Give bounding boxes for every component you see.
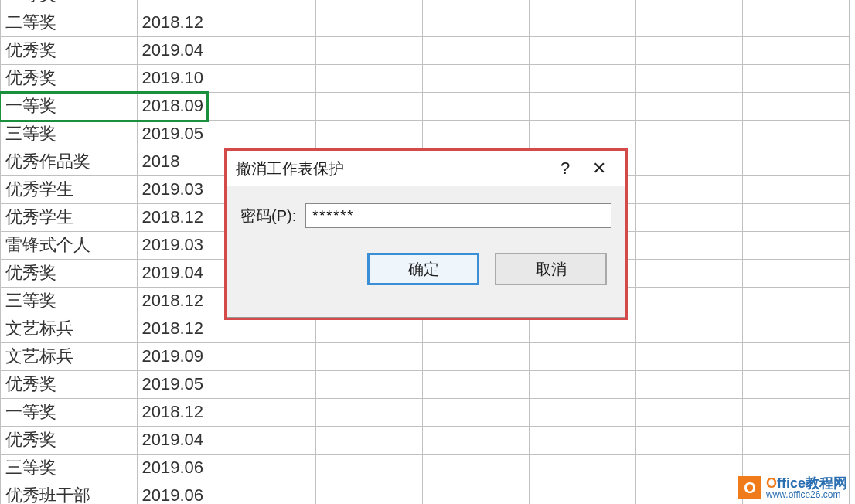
cell-empty[interactable]: [742, 426, 850, 455]
cell-date[interactable]: 2018.12: [137, 9, 209, 37]
cell-empty[interactable]: [529, 482, 636, 505]
table-row[interactable]: 优秀班干部2019.06: [0, 482, 855, 504]
cell-empty[interactable]: [635, 92, 743, 121]
cell-empty[interactable]: [742, 120, 850, 148]
cell-empty[interactable]: [422, 426, 530, 455]
table-row[interactable]: 优秀奖2019.04: [0, 36, 855, 64]
table-row[interactable]: 文艺标兵2019.09: [0, 342, 855, 370]
cell-empty[interactable]: [635, 482, 743, 505]
cell-award[interactable]: 优秀作品奖: [0, 148, 138, 176]
cell-empty[interactable]: [315, 120, 423, 148]
cell-award[interactable]: 优秀奖: [0, 36, 138, 65]
cell-date[interactable]: 2019.06: [137, 482, 209, 505]
cell-empty[interactable]: [315, 342, 423, 371]
cell-empty[interactable]: [742, 9, 850, 37]
cell-empty[interactable]: [209, 342, 316, 371]
help-button[interactable]: ?: [548, 154, 582, 183]
password-field[interactable]: [305, 203, 611, 228]
cell-empty[interactable]: [742, 92, 850, 121]
cell-empty[interactable]: [635, 231, 743, 260]
cell-empty[interactable]: [635, 36, 743, 65]
cell-empty[interactable]: [422, 482, 530, 505]
cell-empty[interactable]: [209, 64, 316, 93]
cell-award[interactable]: 优秀学生: [0, 175, 138, 204]
table-row[interactable]: 优秀奖2019.10: [0, 64, 855, 92]
cell-date[interactable]: 2018.09: [137, 92, 209, 121]
cell-award[interactable]: 优秀奖: [0, 370, 138, 399]
cell-empty[interactable]: [635, 259, 743, 288]
cell-empty[interactable]: [635, 287, 743, 315]
cell-empty[interactable]: [742, 36, 850, 65]
cell-award[interactable]: 三等奖: [0, 454, 138, 482]
cell-date[interactable]: 2019.03: [137, 231, 209, 260]
cell-date[interactable]: 2018.12: [137, 203, 209, 232]
cell-empty[interactable]: [529, 92, 636, 121]
cell-empty[interactable]: [422, 36, 530, 65]
cell-empty[interactable]: [529, 454, 636, 482]
cell-empty[interactable]: [315, 454, 423, 482]
cell-award[interactable]: 一等奖: [0, 92, 138, 121]
table-row[interactable]: 优秀奖2019.05: [0, 370, 855, 398]
cell-empty[interactable]: [529, 398, 636, 427]
cell-empty[interactable]: [529, 370, 636, 399]
cell-empty[interactable]: [635, 148, 743, 176]
cell-date[interactable]: 2018.12: [137, 315, 209, 343]
cell-date[interactable]: 2019.09: [137, 342, 209, 371]
cell-empty[interactable]: [635, 64, 743, 93]
cell-award[interactable]: 雷锋式个人: [0, 231, 138, 260]
cell-empty[interactable]: [422, 398, 530, 427]
cell-empty[interactable]: [742, 175, 850, 204]
cell-date[interactable]: 2019.10: [137, 64, 209, 93]
table-row[interactable]: 二等奖2018.12: [0, 9, 855, 36]
cell-empty[interactable]: [742, 231, 850, 260]
cell-date[interactable]: 2019.06: [137, 454, 209, 482]
cell-award[interactable]: 二等奖: [0, 9, 138, 37]
table-row[interactable]: 一等奖2018.09: [0, 0, 855, 9]
cell-empty[interactable]: [422, 342, 530, 371]
cell-award[interactable]: 一等奖: [0, 398, 138, 427]
cell-empty[interactable]: [635, 426, 743, 455]
cell-award[interactable]: 优秀奖: [0, 259, 138, 288]
cell-empty[interactable]: [635, 175, 743, 204]
cell-date[interactable]: 2019.03: [137, 175, 209, 204]
cell-empty[interactable]: [209, 398, 316, 427]
cell-empty[interactable]: [635, 315, 743, 343]
cell-empty[interactable]: [315, 426, 423, 455]
cell-empty[interactable]: [529, 120, 636, 148]
table-row[interactable]: 优秀奖2019.04: [0, 426, 855, 454]
cell-empty[interactable]: [529, 64, 636, 93]
cell-empty[interactable]: [315, 64, 423, 93]
cell-empty[interactable]: [529, 36, 636, 65]
cell-empty[interactable]: [315, 370, 423, 399]
cell-empty[interactable]: [635, 454, 743, 482]
table-row[interactable]: 三等奖2019.05: [0, 120, 855, 148]
cell-award[interactable]: 优秀学生: [0, 203, 138, 232]
cell-empty[interactable]: [742, 287, 850, 315]
cell-empty[interactable]: [742, 370, 850, 399]
cell-empty[interactable]: [529, 9, 636, 37]
cell-award[interactable]: 优秀奖: [0, 64, 138, 93]
cell-empty[interactable]: [742, 315, 850, 343]
cell-empty[interactable]: [315, 9, 423, 37]
cell-empty[interactable]: [529, 342, 636, 371]
cell-date[interactable]: 2019.05: [137, 370, 209, 399]
cell-award[interactable]: 优秀奖: [0, 426, 138, 455]
cell-empty[interactable]: [209, 92, 316, 121]
cell-empty[interactable]: [529, 426, 636, 455]
cell-empty[interactable]: [742, 148, 850, 176]
cell-empty[interactable]: [209, 370, 316, 399]
ok-button[interactable]: 确定: [367, 253, 479, 285]
cell-empty[interactable]: [315, 36, 423, 65]
cell-empty[interactable]: [209, 120, 316, 148]
cell-award[interactable]: 文艺标兵: [0, 342, 138, 371]
cell-empty[interactable]: [742, 398, 850, 427]
cell-empty[interactable]: [635, 398, 743, 427]
cell-date[interactable]: 2019.04: [137, 36, 209, 65]
cell-date[interactable]: 2019.04: [137, 426, 209, 455]
table-row[interactable]: 一等奖2018.09: [0, 92, 855, 120]
close-button[interactable]: ✕: [582, 154, 616, 183]
cell-empty[interactable]: [422, 454, 530, 482]
cell-empty[interactable]: [742, 203, 850, 232]
cell-empty[interactable]: [315, 482, 423, 505]
cell-empty[interactable]: [422, 120, 530, 148]
